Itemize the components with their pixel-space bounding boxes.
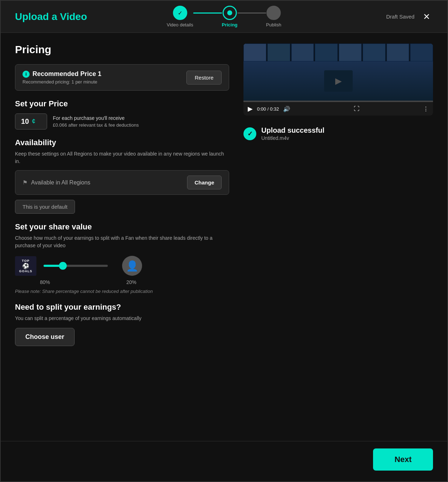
step-label-publish: Publish xyxy=(266,22,281,27)
step-label-video-details: Video details xyxy=(167,22,193,27)
split-desc: You can split a percentage of your earni… xyxy=(15,315,229,322)
share-value-title: Set your share value xyxy=(15,222,229,232)
volume-icon[interactable]: 🔊 xyxy=(283,106,290,112)
brand-top: TOP xyxy=(22,259,29,263)
fan-pct-label: 20% xyxy=(126,279,136,285)
step-label-pricing: Pricing xyxy=(222,22,237,27)
step-connector-1 xyxy=(193,12,222,14)
restore-button[interactable]: Restore xyxy=(186,71,222,85)
set-price-title: Set your Price xyxy=(15,99,229,108)
share-slider[interactable] xyxy=(44,265,115,267)
availability-box: ⚑ Available in All Regions Change xyxy=(15,170,229,195)
fullscreen-icon[interactable]: ⛶ xyxy=(354,106,359,112)
page-title: Pricing xyxy=(15,44,229,56)
step-video-details[interactable]: ✓ Video details xyxy=(167,6,193,27)
currency-icon: ¢ xyxy=(32,118,35,125)
fan-avatar: 👤 xyxy=(122,256,142,276)
availability-left: ⚑ Available in All Regions xyxy=(22,179,90,186)
footer: Next xyxy=(1,441,447,481)
recommended-sub: Recommended pricing: 1 per minute xyxy=(22,79,101,85)
share-value-desc: Choose how much of your earnings to spli… xyxy=(15,234,229,249)
info-icon: i xyxy=(22,71,30,78)
share-note: Please note: Share percentage cannot be … xyxy=(15,289,229,294)
flag-icon: ⚑ xyxy=(22,179,27,186)
recommended-price-box: i Recommended Price 1 Recommended pricin… xyxy=(15,64,229,91)
upload-title: Upload successful xyxy=(261,126,324,135)
ball-icon: ⚽ xyxy=(22,263,29,269)
app-title: Upload a Video xyxy=(15,11,87,22)
step-circle-video-details: ✓ xyxy=(173,6,187,20)
price-info-sub: £0.066 after relevant tax & fee deductio… xyxy=(53,122,139,128)
step-pricing[interactable]: Pricing xyxy=(222,6,237,27)
share-value-section: Set your share value Choose how much of … xyxy=(15,222,229,294)
scene-top-bar xyxy=(243,44,433,61)
availability-title: Availability xyxy=(15,138,229,147)
success-check-icon: ✓ xyxy=(243,127,256,140)
choose-user-button[interactable]: Choose user xyxy=(15,328,75,346)
upload-filename: Untitled.m4v xyxy=(261,135,324,141)
recommended-title: i Recommended Price 1 xyxy=(22,70,101,78)
time-display: 0:00 / 0:32 xyxy=(257,106,279,112)
split-earnings-section: Need to split your earnings? You can spl… xyxy=(15,303,229,346)
upload-success: ✓ Upload successful Untitled.m4v xyxy=(243,123,433,144)
split-title: Need to split your earnings? xyxy=(15,303,229,312)
brand-goals: GOALS xyxy=(19,269,32,273)
default-badge: This is your default xyxy=(15,200,75,214)
price-value: 10 xyxy=(21,117,29,126)
video-preview: ▶ ▶ 0:00 / 0:32 🔊 ⛶ ⋮ xyxy=(243,44,433,116)
creator-pct-label: 80% xyxy=(40,279,50,285)
availability-section: Availability Keep these settings on All … xyxy=(15,138,229,214)
set-price-section: Set your Price 10 ¢ For each purchase yo… xyxy=(15,99,229,130)
header-right: Draft Saved ✕ xyxy=(386,10,433,23)
more-options-icon[interactable]: ⋮ xyxy=(423,106,429,112)
upload-info: Upload successful Untitled.m4v xyxy=(261,126,324,141)
video-controls: ▶ 0:00 / 0:32 🔊 ⛶ ⋮ xyxy=(243,102,433,116)
step-publish[interactable]: Publish xyxy=(266,6,281,27)
step-circle-pricing xyxy=(222,6,237,20)
change-button[interactable]: Change xyxy=(187,176,222,189)
brand-logo: TOP ⚽ GOALS xyxy=(15,256,36,276)
scene-main: ▶ xyxy=(243,61,433,101)
avatar-icon: 👤 xyxy=(126,260,139,272)
price-info: For each purchase you'll receive £0.066 … xyxy=(53,115,139,128)
video-thumbnail: ▶ xyxy=(243,44,433,101)
regions-label: Available in All Regions xyxy=(31,179,90,186)
draft-status: Draft Saved xyxy=(386,14,414,20)
close-button[interactable]: ✕ xyxy=(420,10,433,23)
next-button[interactable]: Next xyxy=(373,448,433,471)
step-connector-2 xyxy=(237,12,266,14)
step-circle-publish xyxy=(267,6,281,20)
steps-container: ✓ Video details Pricing Publish xyxy=(167,6,281,27)
availability-desc: Keep these settings on All Regions to ma… xyxy=(15,150,229,165)
price-input[interactable]: 10 ¢ xyxy=(15,113,47,130)
price-info-main: For each purchase you'll receive xyxy=(53,115,139,121)
play-button[interactable]: ▶ xyxy=(248,105,253,113)
share-slider-container: TOP ⚽ GOALS 👤 xyxy=(15,256,229,276)
